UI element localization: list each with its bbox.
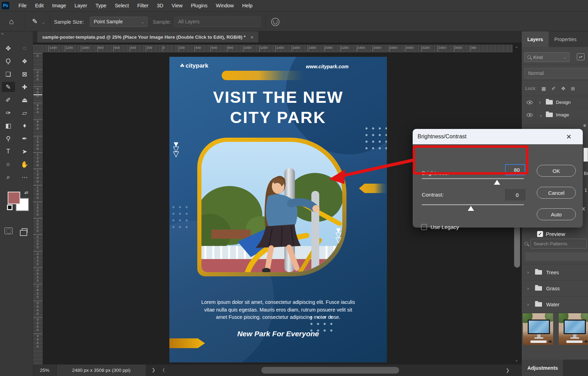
tab-properties[interactable]: Properties — [549, 31, 582, 47]
pattern-folder-water[interactable]: › Water — [522, 297, 588, 313]
layer-name[interactable]: Design — [556, 100, 571, 105]
chevron-right-icon[interactable]: › — [527, 302, 531, 307]
default-colors-icon[interactable] — [7, 205, 13, 210]
crop-tool[interactable]: ❏ — [2, 69, 15, 79]
search-patterns-input[interactable] — [530, 239, 587, 248]
dialog-title-bar[interactable]: Brightness/Contrast ✕ — [413, 129, 583, 144]
poster-tagline: New Park For Everyone — [169, 330, 387, 338]
menu-3d[interactable]: 3D — [153, 0, 168, 11]
eyedropper-icon[interactable]: ✎ — [32, 17, 38, 25]
chevron-down-icon[interactable]: ⌄ — [42, 20, 45, 25]
chevron-right-icon[interactable]: › — [527, 270, 531, 275]
gradient-tool[interactable]: ◧ — [2, 121, 15, 131]
document-tab[interactable]: sample-poster-template.psd @ 25% (Place … — [37, 31, 258, 43]
ruler-corner[interactable] — [33, 45, 43, 52]
menu-window[interactable]: Window — [212, 0, 238, 11]
frame-tool[interactable]: ⊠ — [18, 69, 31, 79]
sample-size-dropdown[interactable]: Point Sample ⌄ — [90, 17, 147, 27]
close-icon[interactable]: × — [251, 34, 254, 40]
layer-name[interactable]: Image — [556, 112, 569, 117]
menu-help[interactable]: Help — [238, 0, 257, 11]
menu-edit[interactable]: Edit — [31, 0, 48, 11]
selection-brush-tool[interactable]: ❖ — [18, 56, 31, 66]
scroll-down-icon[interactable]: ⌄ — [515, 358, 518, 362]
menu-file[interactable]: File — [14, 0, 31, 11]
preview-checkbox[interactable]: ✓ — [537, 231, 543, 237]
lock-transparency-icon[interactable]: ▦ — [541, 86, 546, 91]
menu-view[interactable]: View — [168, 0, 187, 11]
tab-adjustments[interactable]: Adjustments — [522, 360, 563, 376]
scroll-right-icon[interactable]: ❯ — [506, 368, 510, 373]
zoom-tool[interactable]: ⌕ — [2, 172, 15, 182]
lock-pixels-icon[interactable]: ✐ — [552, 86, 556, 91]
menu-plugins[interactable]: Plugins — [187, 0, 212, 11]
pattern-thumbnail[interactable] — [559, 313, 588, 345]
chevron-right-icon[interactable]: › — [539, 100, 543, 105]
blur-tool[interactable]: ♦ — [18, 121, 31, 131]
auto-button[interactable]: Auto — [537, 208, 576, 220]
brush-tool[interactable]: ✐ — [2, 95, 15, 105]
pen-tool[interactable]: ✒ — [18, 133, 31, 144]
screen-mode-button[interactable] — [22, 228, 28, 233]
swap-colors-icon[interactable]: ⇄ — [24, 190, 28, 195]
marquee-tool[interactable]: ◌ — [18, 43, 31, 53]
eyedropper-tool[interactable]: ✎ — [2, 82, 15, 92]
brightness-slider-track[interactable] — [422, 178, 524, 179]
contrast-value-field[interactable]: 0 — [505, 189, 525, 200]
layer-row-design[interactable]: › Design — [522, 96, 588, 109]
sampling-ring-icon[interactable] — [271, 18, 280, 26]
history-brush-tool[interactable]: ✑ — [2, 108, 15, 118]
contrast-slider-track[interactable] — [422, 204, 524, 205]
kind-filter-dropdown[interactable]: Kind ⌄ — [524, 52, 570, 62]
menu-image[interactable]: Image — [48, 0, 70, 11]
edit-toolbar[interactable]: ⋯ — [18, 172, 31, 182]
menu-layer[interactable]: Layer — [70, 0, 91, 11]
ok-button[interactable]: OK — [537, 165, 576, 177]
use-legacy-checkbox[interactable] — [421, 224, 427, 230]
visibility-eye-icon[interactable] — [527, 113, 533, 117]
layer-row-image[interactable]: ⌄ Image — [522, 109, 588, 121]
menu-select[interactable]: Select — [110, 0, 133, 11]
type-tool[interactable]: T — [2, 146, 15, 156]
sample-dropdown[interactable]: All Layers — [174, 17, 261, 27]
blend-mode-dropdown[interactable]: Normal — [524, 68, 588, 78]
quick-mask-button[interactable] — [5, 228, 13, 234]
visibility-eye-icon[interactable] — [527, 101, 533, 104]
clone-stamp-tool[interactable]: ⏏ — [18, 95, 31, 105]
status-chevron-icon[interactable]: ❯ — [152, 367, 155, 373]
scroll-up-icon[interactable]: ⌃ — [515, 46, 518, 51]
vertical-scrollbar-thumb[interactable] — [514, 226, 520, 268]
pattern-folder-trees[interactable]: › Trees — [522, 264, 588, 281]
menu-type[interactable]: Type — [91, 0, 110, 11]
pattern-folder-grass[interactable]: › Grass — [522, 281, 588, 297]
scroll-left-icon[interactable]: ❮ — [162, 368, 165, 372]
lock-artboard-icon[interactable]: ⊞ — [571, 86, 575, 91]
home-icon[interactable]: ⌂ — [9, 17, 14, 26]
zoom-level[interactable]: 25% — [33, 365, 56, 376]
dodge-tool[interactable]: ⚲ — [2, 133, 15, 144]
tab-layers[interactable]: Layers — [522, 31, 549, 47]
eraser-tool[interactable]: ▱ — [18, 108, 31, 118]
lock-position-icon[interactable]: ✥ — [561, 86, 565, 91]
poster-canvas[interactable]: ☘ citypark www.citypark.com VISIT THE NE… — [169, 57, 387, 362]
chevron-down-icon[interactable]: ⌄ — [539, 113, 543, 117]
contrast-slider-thumb[interactable] — [468, 206, 474, 211]
path-select-tool[interactable]: ➤ — [18, 146, 31, 156]
pattern-thumbnail[interactable] — [523, 313, 553, 345]
vertical-ruler[interactable]: 02 0 04 0 06 0 08 0 01 0 0 01 2 0 01 4 0… — [33, 52, 43, 365]
lasso-tool[interactable]: Ϙ — [2, 56, 15, 66]
brightness-slider-thumb[interactable] — [494, 180, 500, 185]
cancel-button[interactable]: Cancel — [537, 187, 576, 199]
hand-tool[interactable]: ✋ — [18, 159, 31, 169]
close-icon[interactable]: ✕ — [566, 133, 578, 141]
healing-brush-tool[interactable]: ✚ — [18, 82, 31, 92]
chevron-right-icon[interactable]: › — [527, 286, 531, 291]
image-filter-icon[interactable]: ▴▾ — [577, 53, 585, 60]
shape-tool[interactable]: ○ — [2, 159, 15, 169]
horizontal-scrollbar-thumb[interactable] — [261, 367, 399, 374]
foreground-color-swatch[interactable] — [8, 192, 20, 204]
horizontal-ruler[interactable]: 1400120010008006004002000200400600800100… — [43, 45, 513, 52]
collapse-panel-icon[interactable]: « — [1, 31, 3, 36]
move-tool[interactable]: ✥ — [2, 43, 15, 53]
menu-filter[interactable]: Filter — [133, 0, 153, 11]
